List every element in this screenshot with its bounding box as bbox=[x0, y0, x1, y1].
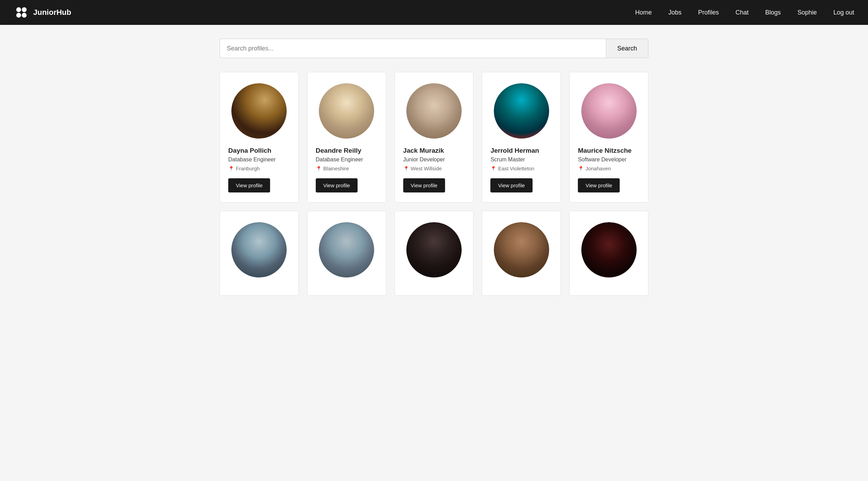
profile-card-p7 bbox=[307, 211, 386, 296]
main-content: Search Dayna Pollich Database Engineer 📍… bbox=[206, 25, 662, 310]
profile-role-dayna: Database Engineer bbox=[228, 157, 276, 163]
location-icon: 📍 bbox=[228, 166, 234, 171]
view-profile-dayna[interactable]: View profile bbox=[228, 178, 270, 192]
profile-location-maurice: 📍 Jonahaven bbox=[578, 166, 611, 171]
profile-name-jack: Jack Murazik bbox=[403, 147, 444, 154]
location-text-jack: West Willside bbox=[411, 166, 442, 171]
nav-link-home[interactable]: Home bbox=[635, 9, 652, 16]
navbar: JuniorHub Home Jobs Profiles Chat Blogs … bbox=[0, 0, 868, 25]
location-text-deandre: Blaineshire bbox=[323, 166, 349, 171]
svg-point-3 bbox=[22, 13, 27, 18]
profile-card-jerrold: Jerrold Herman Scrum Master 📍 East Viole… bbox=[482, 72, 561, 202]
profile-card-p6 bbox=[220, 211, 299, 296]
profile-card-jack: Jack Murazik Junior Developer 📍 West Wil… bbox=[395, 72, 474, 202]
location-text-maurice: Jonahaven bbox=[585, 166, 611, 171]
location-text-jerrold: East Violetteton bbox=[498, 166, 534, 171]
nav-link-chat[interactable]: Chat bbox=[736, 9, 749, 16]
profile-location-deandre: 📍 Blaineshire bbox=[316, 166, 349, 171]
view-profile-jerrold[interactable]: View profile bbox=[490, 178, 532, 192]
avatar-jerrold bbox=[494, 83, 549, 139]
profile-role-deandre: Database Engineer bbox=[316, 157, 363, 163]
profiles-grid-row1: Dayna Pollich Database Engineer 📍 Franbu… bbox=[220, 72, 648, 202]
svg-point-0 bbox=[16, 7, 21, 12]
profiles-grid-row2 bbox=[220, 211, 648, 296]
view-profile-deandre[interactable]: View profile bbox=[316, 178, 358, 192]
avatar-p9 bbox=[494, 222, 549, 277]
svg-point-1 bbox=[22, 7, 27, 12]
profile-location-jerrold: 📍 East Violetteton bbox=[490, 166, 534, 171]
nav-link-profiles[interactable]: Profiles bbox=[698, 9, 719, 16]
avatar-p10 bbox=[581, 222, 637, 277]
profile-role-jerrold: Scrum Master bbox=[490, 157, 525, 163]
profile-card-p9 bbox=[482, 211, 561, 296]
avatar-p8 bbox=[406, 222, 462, 277]
search-button[interactable]: Search bbox=[606, 39, 648, 58]
location-icon: 📍 bbox=[316, 166, 322, 171]
nav-link-user[interactable]: Sophie bbox=[797, 9, 817, 16]
profile-card-p8 bbox=[395, 211, 474, 296]
profile-location-dayna: 📍 Franburgh bbox=[228, 166, 260, 171]
profile-card-dayna: Dayna Pollich Database Engineer 📍 Franbu… bbox=[220, 72, 299, 202]
profile-name-deandre: Deandre Reilly bbox=[316, 147, 361, 154]
profile-name-jerrold: Jerrold Herman bbox=[490, 147, 539, 154]
svg-point-2 bbox=[16, 13, 21, 18]
logo-icon bbox=[14, 5, 29, 20]
profile-card-maurice: Maurice Nitzsche Software Developer 📍 Jo… bbox=[569, 72, 648, 202]
search-input[interactable] bbox=[220, 39, 606, 58]
search-bar: Search bbox=[220, 39, 648, 58]
nav-link-jobs[interactable]: Jobs bbox=[668, 9, 682, 16]
view-profile-maurice[interactable]: View profile bbox=[578, 178, 620, 192]
profile-role-jack: Junior Developer bbox=[403, 157, 445, 163]
nav-link-logout[interactable]: Log out bbox=[833, 9, 854, 16]
nav-links: Home Jobs Profiles Chat Blogs Sophie Log… bbox=[635, 9, 854, 16]
avatar-deandre bbox=[319, 83, 374, 139]
nav-link-blogs[interactable]: Blogs bbox=[765, 9, 781, 16]
view-profile-jack[interactable]: View profile bbox=[403, 178, 445, 192]
location-text-dayna: Franburgh bbox=[236, 166, 260, 171]
profile-name-maurice: Maurice Nitzsche bbox=[578, 147, 631, 154]
avatar-p7 bbox=[319, 222, 374, 277]
avatar-maurice bbox=[581, 83, 637, 139]
location-icon: 📍 bbox=[403, 166, 409, 171]
avatar-p6 bbox=[231, 222, 287, 277]
location-icon: 📍 bbox=[490, 166, 496, 171]
profile-role-maurice: Software Developer bbox=[578, 157, 627, 163]
profile-card-p10 bbox=[569, 211, 648, 296]
avatar-dayna bbox=[231, 83, 287, 139]
profile-location-jack: 📍 West Willside bbox=[403, 166, 442, 171]
avatar-jack bbox=[406, 83, 462, 139]
profile-name-dayna: Dayna Pollich bbox=[228, 147, 271, 154]
location-icon: 📍 bbox=[578, 166, 584, 171]
profile-card-deandre: Deandre Reilly Database Engineer 📍 Blain… bbox=[307, 72, 386, 202]
logo[interactable]: JuniorHub bbox=[14, 5, 71, 20]
logo-text: JuniorHub bbox=[33, 8, 71, 17]
